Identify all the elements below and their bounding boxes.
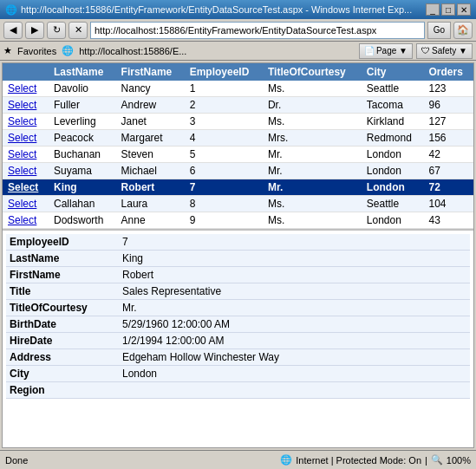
page-button[interactable]: 📄 Page ▼	[359, 43, 413, 59]
zone-label: Internet | Protected Mode: On	[296, 455, 421, 466]
detail-value: Robert	[119, 267, 470, 283]
refresh-button[interactable]: ↻	[47, 22, 66, 39]
cell-firstname: Margaret	[116, 130, 185, 147]
detail-label: FirstName	[6, 267, 119, 283]
safety-button[interactable]: 🛡 Safety ▼	[416, 43, 473, 59]
star-icon: ★	[3, 45, 12, 56]
select-link[interactable]: Select	[8, 132, 36, 144]
table-row: Select Callahan Laura 8 Ms. Seattle 104	[3, 196, 473, 212]
table-row: Select Fuller Andrew 2 Dr. Tacoma 96	[3, 97, 473, 114]
go-button[interactable]: Go	[427, 22, 451, 39]
minimize-button[interactable]: _	[426, 3, 440, 16]
detail-label: TitleOfCourtesy	[6, 300, 119, 316]
cell-city: London	[362, 163, 424, 179]
employee-grid: LastName FirstName EmployeeID TitleOfCou…	[3, 63, 473, 229]
table-row: Select Suyama Michael 6 Mr. London 67	[3, 163, 473, 179]
select-link[interactable]: Select	[8, 214, 36, 226]
cell-employeeid: 4	[185, 130, 263, 147]
details-table: EmployeeID 7 LastName King FirstName Rob…	[6, 234, 470, 399]
col-header-select	[3, 63, 49, 81]
cell-orders: 96	[423, 97, 473, 114]
detail-row: EmployeeID 7	[6, 234, 470, 251]
select-link[interactable]: Select	[8, 115, 36, 127]
cell-lastname: Leverling	[49, 114, 116, 130]
detail-label: Address	[6, 349, 119, 366]
home-button[interactable]: 🏠	[453, 22, 473, 39]
detail-value: Edgeham Hollow Winchester Way	[119, 349, 470, 366]
window-title: http://localhost:15886/EntityFramework/E…	[21, 4, 412, 15]
select-link[interactable]: Select	[8, 181, 38, 193]
status-bar: Done 🌐 Internet | Protected Mode: On | 🔍…	[0, 450, 476, 469]
detail-row: TitleOfCourtesy Mr.	[6, 300, 470, 316]
cell-city: London	[362, 147, 424, 163]
cell-titleofcourtesy: Ms.	[263, 81, 362, 97]
cell-orders: 42	[423, 147, 473, 163]
cell-orders: 123	[423, 81, 473, 97]
select-link[interactable]: Select	[8, 82, 36, 94]
detail-label: HireDate	[6, 333, 119, 349]
select-link[interactable]: Select	[8, 198, 36, 210]
col-header-firstname: FirstName	[116, 63, 185, 81]
col-header-titleofcourtesy: TitleOfCourtesy	[263, 63, 362, 81]
cell-firstname: Robert	[116, 179, 185, 196]
select-link[interactable]: Select	[8, 99, 36, 111]
cell-employeeid: 1	[185, 81, 263, 97]
cell-orders: 127	[423, 114, 473, 130]
cell-orders: 104	[423, 196, 473, 212]
fav-icon: 🌐	[62, 45, 74, 56]
cell-lastname: Callahan	[49, 196, 116, 212]
url-input[interactable]	[90, 22, 425, 39]
select-link[interactable]: Select	[8, 165, 36, 177]
cell-firstname: Janet	[116, 114, 185, 130]
back-button[interactable]: ◀	[3, 22, 23, 39]
cell-firstname: Anne	[116, 212, 185, 229]
cell-employeeid: 3	[185, 114, 263, 130]
cell-orders: 156	[423, 130, 473, 147]
cell-lastname: Fuller	[49, 97, 116, 114]
cell-titleofcourtesy: Ms.	[263, 212, 362, 229]
col-header-lastname: LastName	[49, 63, 116, 81]
close-button[interactable]: ✕	[457, 3, 471, 16]
col-header-city: City	[362, 63, 424, 81]
select-link[interactable]: Select	[8, 148, 36, 160]
cell-titleofcourtesy: Mrs.	[263, 130, 362, 147]
detail-row: BirthDate 5/29/1960 12:00:00 AM	[6, 316, 470, 333]
cell-titleofcourtesy: Ms.	[263, 114, 362, 130]
cell-city: Seattle	[362, 81, 424, 97]
forward-button[interactable]: ▶	[25, 22, 44, 39]
cell-employeeid: 5	[185, 147, 263, 163]
cell-lastname: King	[49, 179, 116, 196]
detail-value: 7	[119, 234, 470, 251]
cell-city: London	[362, 212, 424, 229]
col-header-employeeid: EmployeeID	[185, 63, 263, 81]
cell-lastname: Buchanan	[49, 147, 116, 163]
favorites-button[interactable]: Favorites	[17, 46, 56, 56]
cell-city: Redmond	[362, 130, 424, 147]
detail-label: BirthDate	[6, 316, 119, 333]
detail-value: King	[119, 251, 470, 267]
detail-label: EmployeeID	[6, 234, 119, 251]
favorites-link[interactable]: http://localhost:15886/E...	[79, 46, 186, 56]
cell-lastname: Davolio	[49, 81, 116, 97]
detail-label: City	[6, 366, 119, 382]
cell-employeeid: 2	[185, 97, 263, 114]
detail-label: LastName	[6, 251, 119, 267]
detail-value: London	[119, 366, 470, 382]
cell-firstname: Laura	[116, 196, 185, 212]
detail-row: Region	[6, 382, 470, 399]
table-row: Select Peacock Margaret 4 Mrs. Redmond 1…	[3, 130, 473, 147]
cell-city: Seattle	[362, 196, 424, 212]
browser-content[interactable]: LastName FirstName EmployeeID TitleOfCou…	[2, 62, 474, 448]
cell-firstname: Steven	[116, 147, 185, 163]
done-label: Done	[5, 455, 28, 466]
detail-row: HireDate 1/2/1994 12:00:00 AM	[6, 333, 470, 349]
cell-titleofcourtesy: Ms.	[263, 196, 362, 212]
cell-lastname: Dodsworth	[49, 212, 116, 229]
maximize-button[interactable]: □	[441, 3, 455, 16]
detail-row: FirstName Robert	[6, 267, 470, 283]
detail-value: 1/2/1994 12:00:00 AM	[119, 333, 470, 349]
internet-icon: 🌐	[280, 454, 292, 466]
stop-button[interactable]: ✕	[68, 22, 88, 39]
detail-value: Mr.	[119, 300, 470, 316]
zoom-icon: 🔍	[431, 454, 443, 466]
